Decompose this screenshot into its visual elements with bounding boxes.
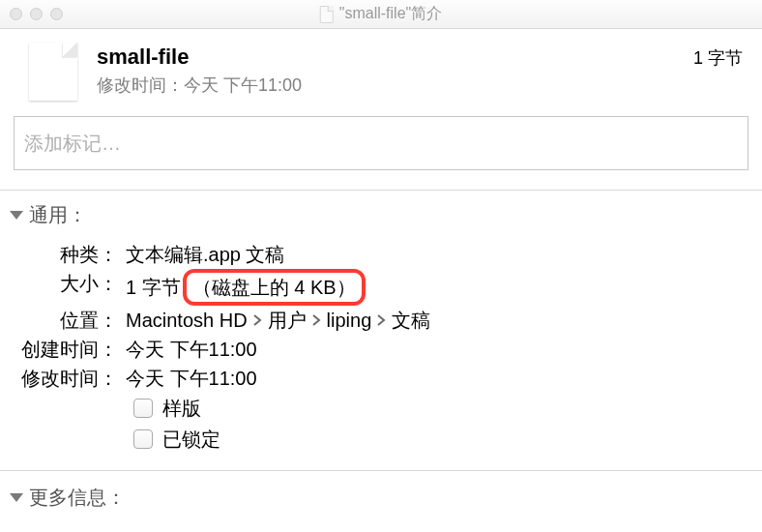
general-section-title: 通用： <box>29 202 87 228</box>
stationery-row: 样版 <box>10 393 752 424</box>
modified-value: 今天 下午11:00 <box>184 75 302 95</box>
path-segment: 文稿 <box>392 306 430 335</box>
created-value: 今天 下午11:00 <box>126 335 257 364</box>
created-label: 创建时间： <box>10 335 126 364</box>
more-info-section-title: 更多信息： <box>29 485 126 511</box>
created-row: 创建时间： 今天 下午11:00 <box>10 335 752 364</box>
general-section-body: 种类： 文本编辑.app 文稿 大小： 1 字节 （磁盘上的 4 KB） 位置：… <box>10 232 752 470</box>
disclosure-triangle-icon <box>10 493 23 502</box>
more-info-section-header[interactable]: 更多信息： <box>10 481 752 515</box>
titlebar: "small-file"简介 <box>0 0 762 29</box>
size-label: 大小： <box>10 269 126 298</box>
file-header: small-file 修改时间：今天 下午11:00 1 字节 <box>0 29 762 110</box>
path-separator-icon <box>253 314 262 326</box>
kind-label: 种类： <box>10 240 126 269</box>
get-info-window: "small-file"简介 small-file 修改时间：今天 下午11:0… <box>0 0 762 532</box>
tags-input[interactable] <box>14 116 748 170</box>
document-icon <box>320 6 334 23</box>
kind-value: 文本编辑.app 文稿 <box>126 240 284 269</box>
size-on-disk: （磁盘上的 4 KB） <box>192 277 356 298</box>
close-window-button[interactable] <box>10 8 22 20</box>
window-title-text: "small-file"简介 <box>339 4 442 24</box>
file-name: small-file <box>97 44 693 70</box>
locked-label: 已锁定 <box>162 424 220 455</box>
stationery-label: 样版 <box>162 393 201 424</box>
modified-row: 修改时间： 今天 下午11:00 <box>10 364 752 393</box>
locked-row: 已锁定 <box>10 424 752 455</box>
modified-value: 今天 下午11:00 <box>126 364 257 393</box>
window-title: "small-file"简介 <box>320 4 442 24</box>
file-size-summary: 1 字节 <box>693 43 743 70</box>
kind-row: 种类： 文本编辑.app 文稿 <box>10 240 752 269</box>
locked-checkbox[interactable] <box>133 429 153 449</box>
file-icon <box>29 43 77 101</box>
path-segment: Macintosh HD <box>126 306 248 335</box>
where-label: 位置： <box>10 306 126 335</box>
tags-container <box>0 110 762 190</box>
modified-prefix: 修改时间： <box>97 75 184 95</box>
path-separator-icon <box>377 314 386 326</box>
window-controls <box>10 8 63 20</box>
zoom-window-button[interactable] <box>50 8 63 20</box>
general-section-header[interactable]: 通用： <box>10 198 752 232</box>
header-text: small-file 修改时间：今天 下午11:00 <box>97 43 693 97</box>
size-on-disk-highlight: （磁盘上的 4 KB） <box>183 269 366 306</box>
path-separator-icon <box>312 314 321 326</box>
general-section: 通用： 种类： 文本编辑.app 文稿 大小： 1 字节 （磁盘上的 4 KB）… <box>0 191 762 470</box>
where-value: Macintosh HD用户liping文稿 <box>126 306 430 335</box>
modified-label: 修改时间： <box>10 364 126 393</box>
modified-subline: 修改时间：今天 下午11:00 <box>97 74 693 97</box>
stationery-checkbox[interactable] <box>133 399 153 418</box>
path-segment: 用户 <box>268 306 307 335</box>
path-segment: liping <box>327 306 372 335</box>
disclosure-triangle-icon <box>10 211 23 220</box>
size-value: 1 字节 （磁盘上的 4 KB） <box>126 269 366 306</box>
minimize-window-button[interactable] <box>30 8 43 20</box>
size-bytes: 1 字节 <box>126 273 181 302</box>
where-row: 位置： Macintosh HD用户liping文稿 <box>10 306 752 335</box>
size-row: 大小： 1 字节 （磁盘上的 4 KB） <box>10 269 752 306</box>
more-info-section: 更多信息： <box>0 471 762 515</box>
